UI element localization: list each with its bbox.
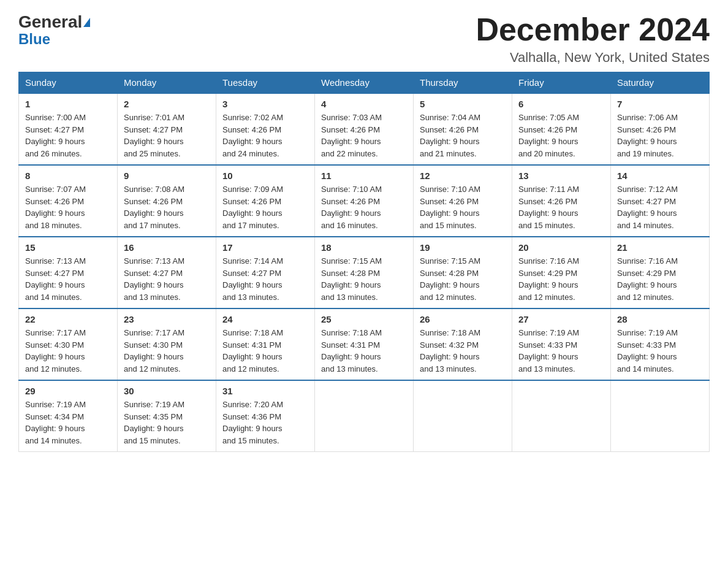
calendar-day-header: Thursday: [414, 72, 512, 94]
calendar-week-row: 15Sunrise: 7:13 AMSunset: 4:27 PMDayligh…: [19, 237, 710, 308]
calendar-cell: 18Sunrise: 7:15 AMSunset: 4:28 PMDayligh…: [315, 237, 414, 308]
calendar-day-header: Saturday: [611, 72, 710, 94]
day-info: Sunrise: 7:19 AMSunset: 4:34 PMDaylight:…: [25, 399, 111, 446]
day-number: 28: [617, 314, 703, 324]
logo-arrow-icon: [83, 18, 90, 27]
calendar-cell: [512, 380, 611, 452]
day-info: Sunrise: 7:01 AMSunset: 4:27 PMDaylight:…: [124, 112, 210, 159]
day-number: 5: [420, 99, 506, 109]
calendar-cell: 15Sunrise: 7:13 AMSunset: 4:27 PMDayligh…: [19, 237, 118, 308]
day-info: Sunrise: 7:17 AMSunset: 4:30 PMDaylight:…: [25, 327, 111, 375]
day-number: 19: [420, 242, 506, 253]
day-number: 15: [25, 242, 111, 253]
day-number: 31: [222, 386, 308, 396]
day-info: Sunrise: 7:15 AMSunset: 4:28 PMDaylight:…: [420, 255, 506, 303]
day-number: 4: [321, 99, 407, 109]
calendar-week-row: 22Sunrise: 7:17 AMSunset: 4:30 PMDayligh…: [19, 308, 710, 380]
calendar-cell: 27Sunrise: 7:19 AMSunset: 4:33 PMDayligh…: [512, 308, 611, 380]
calendar-cell: 26Sunrise: 7:18 AMSunset: 4:32 PMDayligh…: [414, 308, 512, 380]
calendar-day-header: Monday: [118, 72, 216, 94]
day-number: 21: [617, 242, 703, 253]
day-number: 30: [124, 386, 210, 396]
calendar-cell: 10Sunrise: 7:09 AMSunset: 4:26 PMDayligh…: [216, 165, 315, 237]
calendar-cell: [611, 380, 710, 452]
day-info: Sunrise: 7:18 AMSunset: 4:31 PMDaylight:…: [321, 327, 407, 375]
calendar-day-header: Friday: [512, 72, 611, 94]
day-info: Sunrise: 7:00 AMSunset: 4:27 PMDaylight:…: [25, 112, 111, 159]
day-info: Sunrise: 7:02 AMSunset: 4:26 PMDaylight:…: [222, 112, 308, 159]
day-info: Sunrise: 7:13 AMSunset: 4:27 PMDaylight:…: [124, 255, 210, 303]
day-number: 13: [518, 170, 604, 181]
day-number: 10: [222, 170, 308, 181]
calendar-week-row: 8Sunrise: 7:07 AMSunset: 4:26 PMDaylight…: [19, 165, 710, 237]
day-number: 12: [420, 170, 506, 181]
calendar-cell: 4Sunrise: 7:03 AMSunset: 4:26 PMDaylight…: [315, 93, 414, 165]
day-info: Sunrise: 7:03 AMSunset: 4:26 PMDaylight:…: [321, 112, 407, 159]
calendar-cell: 19Sunrise: 7:15 AMSunset: 4:28 PMDayligh…: [414, 237, 512, 308]
calendar-cell: 11Sunrise: 7:10 AMSunset: 4:26 PMDayligh…: [315, 165, 414, 237]
calendar-table: SundayMondayTuesdayWednesdayThursdayFrid…: [18, 72, 710, 452]
calendar-cell: 25Sunrise: 7:18 AMSunset: 4:31 PMDayligh…: [315, 308, 414, 380]
calendar-day-header: Wednesday: [315, 72, 414, 94]
page-subtitle: Valhalla, New York, United States: [476, 50, 710, 66]
logo: General Blue: [18, 12, 90, 48]
calendar-cell: 7Sunrise: 7:06 AMSunset: 4:26 PMDaylight…: [611, 93, 710, 165]
calendar-cell: 23Sunrise: 7:17 AMSunset: 4:30 PMDayligh…: [118, 308, 216, 380]
day-info: Sunrise: 7:13 AMSunset: 4:27 PMDaylight:…: [25, 255, 111, 303]
day-number: 1: [25, 99, 111, 109]
day-info: Sunrise: 7:18 AMSunset: 4:31 PMDaylight:…: [222, 327, 308, 375]
day-info: Sunrise: 7:09 AMSunset: 4:26 PMDaylight:…: [222, 183, 308, 231]
day-number: 14: [617, 170, 703, 181]
calendar-day-header: Sunday: [19, 72, 118, 94]
calendar-week-row: 1Sunrise: 7:00 AMSunset: 4:27 PMDaylight…: [19, 93, 710, 165]
calendar-cell: 20Sunrise: 7:16 AMSunset: 4:29 PMDayligh…: [512, 237, 611, 308]
day-info: Sunrise: 7:19 AMSunset: 4:33 PMDaylight:…: [518, 327, 604, 375]
day-number: 18: [321, 242, 407, 253]
calendar-cell: 22Sunrise: 7:17 AMSunset: 4:30 PMDayligh…: [19, 308, 118, 380]
day-number: 27: [518, 314, 604, 324]
calendar-cell: 21Sunrise: 7:16 AMSunset: 4:29 PMDayligh…: [611, 237, 710, 308]
day-number: 7: [617, 99, 703, 109]
day-info: Sunrise: 7:08 AMSunset: 4:26 PMDaylight:…: [124, 183, 210, 231]
day-number: 25: [321, 314, 407, 324]
calendar-cell: 28Sunrise: 7:19 AMSunset: 4:33 PMDayligh…: [611, 308, 710, 380]
calendar-cell: 6Sunrise: 7:05 AMSunset: 4:26 PMDaylight…: [512, 93, 611, 165]
calendar-cell: 31Sunrise: 7:20 AMSunset: 4:36 PMDayligh…: [216, 380, 315, 452]
calendar-cell: 16Sunrise: 7:13 AMSunset: 4:27 PMDayligh…: [118, 237, 216, 308]
calendar-cell: 13Sunrise: 7:11 AMSunset: 4:26 PMDayligh…: [512, 165, 611, 237]
calendar-cell: [315, 380, 414, 452]
day-number: 6: [518, 99, 604, 109]
calendar-week-row: 29Sunrise: 7:19 AMSunset: 4:34 PMDayligh…: [19, 380, 710, 452]
calendar-cell: 30Sunrise: 7:19 AMSunset: 4:35 PMDayligh…: [118, 380, 216, 452]
logo-text-general: General: [18, 12, 82, 32]
calendar-cell: 5Sunrise: 7:04 AMSunset: 4:26 PMDaylight…: [414, 93, 512, 165]
day-info: Sunrise: 7:16 AMSunset: 4:29 PMDaylight:…: [617, 255, 703, 303]
calendar-cell: 3Sunrise: 7:02 AMSunset: 4:26 PMDaylight…: [216, 93, 315, 165]
day-info: Sunrise: 7:17 AMSunset: 4:30 PMDaylight:…: [124, 327, 210, 375]
calendar-cell: 1Sunrise: 7:00 AMSunset: 4:27 PMDaylight…: [19, 93, 118, 165]
calendar-cell: 29Sunrise: 7:19 AMSunset: 4:34 PMDayligh…: [19, 380, 118, 452]
logo-text-blue: Blue: [18, 31, 90, 48]
day-number: 8: [25, 170, 111, 181]
day-info: Sunrise: 7:18 AMSunset: 4:32 PMDaylight:…: [420, 327, 506, 375]
calendar-cell: 12Sunrise: 7:10 AMSunset: 4:26 PMDayligh…: [414, 165, 512, 237]
day-number: 9: [124, 170, 210, 181]
calendar-day-header: Tuesday: [216, 72, 315, 94]
day-number: 24: [222, 314, 308, 324]
day-info: Sunrise: 7:07 AMSunset: 4:26 PMDaylight:…: [25, 183, 111, 231]
day-number: 29: [25, 386, 111, 396]
page-title: December 2024: [476, 12, 710, 47]
calendar-cell: 24Sunrise: 7:18 AMSunset: 4:31 PMDayligh…: [216, 308, 315, 380]
calendar-header-row: SundayMondayTuesdayWednesdayThursdayFrid…: [19, 72, 710, 94]
title-block: December 2024 Valhalla, New York, United…: [476, 12, 710, 66]
day-info: Sunrise: 7:05 AMSunset: 4:26 PMDaylight:…: [518, 112, 604, 159]
calendar-cell: [414, 380, 512, 452]
day-info: Sunrise: 7:06 AMSunset: 4:26 PMDaylight:…: [617, 112, 703, 159]
day-number: 2: [124, 99, 210, 109]
page-header: General Blue December 2024 Valhalla, New…: [18, 12, 710, 66]
day-number: 23: [124, 314, 210, 324]
calendar-cell: 9Sunrise: 7:08 AMSunset: 4:26 PMDaylight…: [118, 165, 216, 237]
day-info: Sunrise: 7:14 AMSunset: 4:27 PMDaylight:…: [222, 255, 308, 303]
calendar-cell: 2Sunrise: 7:01 AMSunset: 4:27 PMDaylight…: [118, 93, 216, 165]
day-number: 3: [222, 99, 308, 109]
